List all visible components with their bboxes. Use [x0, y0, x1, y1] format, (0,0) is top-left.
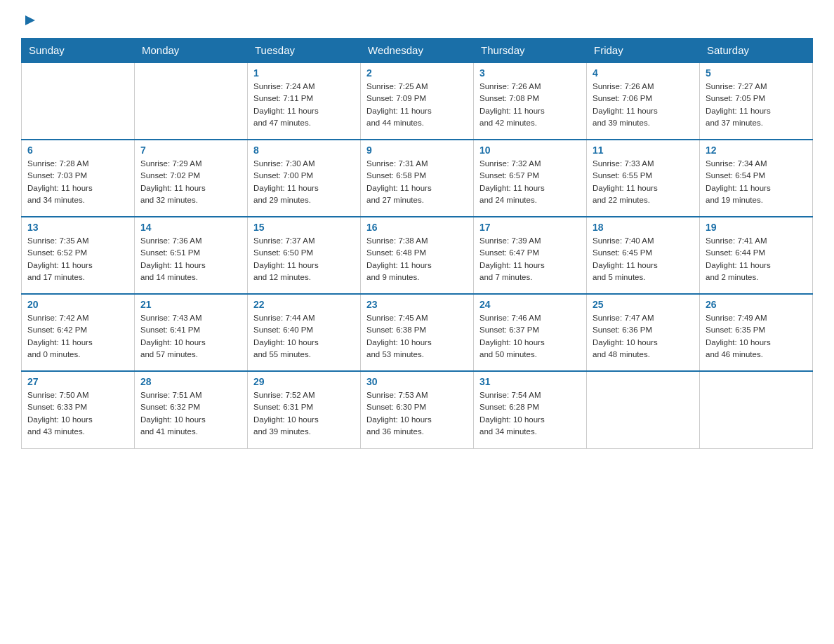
- calendar-day-cell: 25Sunrise: 7:47 AM Sunset: 6:36 PM Dayli…: [587, 294, 700, 371]
- day-info: Sunrise: 7:26 AM Sunset: 7:08 PM Dayligh…: [479, 81, 581, 129]
- day-number: 5: [706, 67, 807, 79]
- day-number: 14: [140, 222, 241, 233]
- day-of-week-header: Sunday: [22, 39, 135, 63]
- week-row: 6Sunrise: 7:28 AM Sunset: 7:03 PM Daylig…: [22, 140, 813, 217]
- calendar-day-cell: 10Sunrise: 7:32 AM Sunset: 6:57 PM Dayli…: [474, 140, 587, 217]
- day-info: Sunrise: 7:44 AM Sunset: 6:40 PM Dayligh…: [253, 312, 355, 361]
- calendar-day-cell: 3Sunrise: 7:26 AM Sunset: 7:08 PM Daylig…: [474, 62, 587, 140]
- day-number: 11: [593, 145, 694, 156]
- day-info: Sunrise: 7:25 AM Sunset: 7:09 PM Dayligh…: [366, 81, 468, 129]
- calendar-day-cell: 22Sunrise: 7:44 AM Sunset: 6:40 PM Dayli…: [248, 294, 361, 371]
- day-info: Sunrise: 7:47 AM Sunset: 6:36 PM Dayligh…: [593, 312, 694, 361]
- day-number: 3: [479, 67, 581, 79]
- day-info: Sunrise: 7:35 AM Sunset: 6:52 PM Dayligh…: [27, 235, 128, 283]
- day-info: Sunrise: 7:37 AM Sunset: 6:50 PM Dayligh…: [253, 235, 355, 283]
- day-number: 30: [366, 376, 468, 387]
- day-of-week-header: Wednesday: [361, 39, 474, 63]
- day-info: Sunrise: 7:28 AM Sunset: 7:03 PM Dayligh…: [27, 158, 128, 206]
- calendar-day-cell: 15Sunrise: 7:37 AM Sunset: 6:50 PM Dayli…: [248, 217, 361, 294]
- calendar-day-cell: 13Sunrise: 7:35 AM Sunset: 6:52 PM Dayli…: [22, 217, 135, 294]
- day-info: Sunrise: 7:50 AM Sunset: 6:33 PM Dayligh…: [27, 389, 128, 438]
- day-of-week-header: Thursday: [474, 39, 587, 63]
- calendar-day-cell: 14Sunrise: 7:36 AM Sunset: 6:51 PM Dayli…: [135, 217, 248, 294]
- day-number: 22: [253, 299, 355, 310]
- calendar-day-cell: 24Sunrise: 7:46 AM Sunset: 6:37 PM Dayli…: [474, 294, 587, 371]
- calendar-header-row: SundayMondayTuesdayWednesdayThursdayFrid…: [22, 39, 813, 63]
- day-info: Sunrise: 7:51 AM Sunset: 6:32 PM Dayligh…: [140, 389, 241, 438]
- day-number: 13: [27, 222, 128, 233]
- day-info: Sunrise: 7:33 AM Sunset: 6:55 PM Dayligh…: [593, 158, 694, 206]
- day-number: 27: [27, 376, 128, 387]
- calendar-day-cell: 21Sunrise: 7:43 AM Sunset: 6:41 PM Dayli…: [135, 294, 248, 371]
- svg-marker-0: [25, 15, 35, 25]
- day-info: Sunrise: 7:45 AM Sunset: 6:38 PM Dayligh…: [366, 312, 468, 361]
- day-of-week-header: Saturday: [700, 39, 813, 63]
- calendar-day-cell: 2Sunrise: 7:25 AM Sunset: 7:09 PM Daylig…: [361, 62, 474, 140]
- day-info: Sunrise: 7:54 AM Sunset: 6:28 PM Dayligh…: [479, 389, 581, 438]
- calendar-day-cell: 23Sunrise: 7:45 AM Sunset: 6:38 PM Dayli…: [361, 294, 474, 371]
- calendar-day-cell: 27Sunrise: 7:50 AM Sunset: 6:33 PM Dayli…: [22, 371, 135, 448]
- week-row: 1Sunrise: 7:24 AM Sunset: 7:11 PM Daylig…: [22, 62, 813, 140]
- day-number: 24: [479, 299, 581, 310]
- day-number: 16: [366, 222, 468, 233]
- day-info: Sunrise: 7:41 AM Sunset: 6:44 PM Dayligh…: [706, 235, 807, 283]
- day-info: Sunrise: 7:36 AM Sunset: 6:51 PM Dayligh…: [140, 235, 241, 283]
- logo-arrow-icon: [24, 14, 37, 27]
- calendar-day-cell: 7Sunrise: 7:29 AM Sunset: 7:02 PM Daylig…: [135, 140, 248, 217]
- calendar-day-cell: 31Sunrise: 7:54 AM Sunset: 6:28 PM Dayli…: [474, 371, 587, 448]
- calendar-day-cell: 30Sunrise: 7:53 AM Sunset: 6:30 PM Dayli…: [361, 371, 474, 448]
- calendar-day-cell: 28Sunrise: 7:51 AM Sunset: 6:32 PM Dayli…: [135, 371, 248, 448]
- calendar-day-cell: 5Sunrise: 7:27 AM Sunset: 7:05 PM Daylig…: [700, 62, 813, 140]
- day-info: Sunrise: 7:26 AM Sunset: 7:06 PM Dayligh…: [593, 81, 694, 129]
- calendar-day-cell: [22, 62, 135, 140]
- calendar-day-cell: 1Sunrise: 7:24 AM Sunset: 7:11 PM Daylig…: [248, 62, 361, 140]
- day-info: Sunrise: 7:38 AM Sunset: 6:48 PM Dayligh…: [366, 235, 468, 283]
- day-number: 6: [27, 145, 128, 156]
- week-row: 20Sunrise: 7:42 AM Sunset: 6:42 PM Dayli…: [22, 294, 813, 371]
- day-info: Sunrise: 7:29 AM Sunset: 7:02 PM Dayligh…: [140, 158, 241, 206]
- day-info: Sunrise: 7:40 AM Sunset: 6:45 PM Dayligh…: [593, 235, 694, 283]
- calendar-day-cell: 19Sunrise: 7:41 AM Sunset: 6:44 PM Dayli…: [700, 217, 813, 294]
- calendar-day-cell: 12Sunrise: 7:34 AM Sunset: 6:54 PM Dayli…: [700, 140, 813, 217]
- day-number: 7: [140, 145, 241, 156]
- calendar-day-cell: 9Sunrise: 7:31 AM Sunset: 6:58 PM Daylig…: [361, 140, 474, 217]
- day-number: 26: [706, 299, 807, 310]
- calendar-day-cell: 16Sunrise: 7:38 AM Sunset: 6:48 PM Dayli…: [361, 217, 474, 294]
- day-number: 19: [706, 222, 807, 233]
- day-info: Sunrise: 7:49 AM Sunset: 6:35 PM Dayligh…: [706, 312, 807, 361]
- week-row: 13Sunrise: 7:35 AM Sunset: 6:52 PM Dayli…: [22, 217, 813, 294]
- calendar-day-cell: 6Sunrise: 7:28 AM Sunset: 7:03 PM Daylig…: [22, 140, 135, 217]
- day-number: 29: [253, 376, 355, 387]
- day-info: Sunrise: 7:46 AM Sunset: 6:37 PM Dayligh…: [479, 312, 581, 361]
- calendar-table: SundayMondayTuesdayWednesdayThursdayFrid…: [21, 38, 813, 449]
- day-number: 10: [479, 145, 581, 156]
- day-number: 4: [593, 67, 694, 79]
- logo: [21, 14, 38, 25]
- day-number: 2: [366, 67, 468, 79]
- calendar-day-cell: 17Sunrise: 7:39 AM Sunset: 6:47 PM Dayli…: [474, 217, 587, 294]
- calendar-day-cell: 18Sunrise: 7:40 AM Sunset: 6:45 PM Dayli…: [587, 217, 700, 294]
- calendar-day-cell: 11Sunrise: 7:33 AM Sunset: 6:55 PM Dayli…: [587, 140, 700, 217]
- calendar-day-cell: 26Sunrise: 7:49 AM Sunset: 6:35 PM Dayli…: [700, 294, 813, 371]
- day-info: Sunrise: 7:24 AM Sunset: 7:11 PM Dayligh…: [253, 81, 355, 129]
- day-of-week-header: Monday: [135, 39, 248, 63]
- calendar-day-cell: [700, 371, 813, 448]
- day-number: 31: [479, 376, 581, 387]
- day-info: Sunrise: 7:34 AM Sunset: 6:54 PM Dayligh…: [706, 158, 807, 206]
- calendar-day-cell: [587, 371, 700, 448]
- day-info: Sunrise: 7:52 AM Sunset: 6:31 PM Dayligh…: [253, 389, 355, 438]
- day-info: Sunrise: 7:42 AM Sunset: 6:42 PM Dayligh…: [27, 312, 128, 361]
- day-of-week-header: Friday: [587, 39, 700, 63]
- calendar-day-cell: 20Sunrise: 7:42 AM Sunset: 6:42 PM Dayli…: [22, 294, 135, 371]
- day-number: 1: [253, 67, 355, 79]
- week-row: 27Sunrise: 7:50 AM Sunset: 6:33 PM Dayli…: [22, 371, 813, 448]
- calendar-day-cell: 8Sunrise: 7:30 AM Sunset: 7:00 PM Daylig…: [248, 140, 361, 217]
- day-number: 25: [593, 299, 694, 310]
- day-number: 23: [366, 299, 468, 310]
- day-number: 18: [593, 222, 694, 233]
- day-number: 9: [366, 145, 468, 156]
- calendar-day-cell: 4Sunrise: 7:26 AM Sunset: 7:06 PM Daylig…: [587, 62, 700, 140]
- day-info: Sunrise: 7:43 AM Sunset: 6:41 PM Dayligh…: [140, 312, 241, 361]
- day-number: 8: [253, 145, 355, 156]
- calendar-day-cell: 29Sunrise: 7:52 AM Sunset: 6:31 PM Dayli…: [248, 371, 361, 448]
